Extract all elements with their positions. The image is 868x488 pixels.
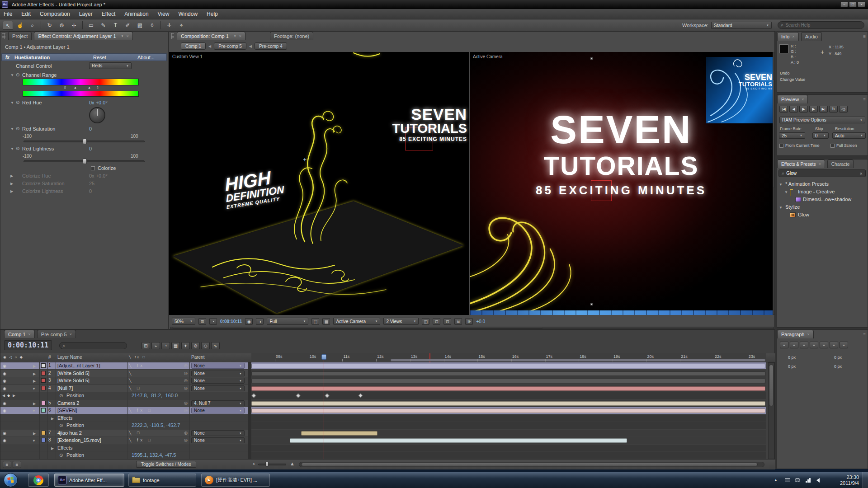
justify-last-center-button[interactable]: ≡ xyxy=(820,342,828,348)
tray-expand-icon[interactable]: ▲ xyxy=(774,478,778,482)
pixel-aspect-icon[interactable]: ◫ xyxy=(422,318,429,325)
tab-effects-presets[interactable]: Effects & Presets× xyxy=(777,160,825,168)
eye-icon[interactable]: ◉ xyxy=(3,371,6,376)
taskbar-player-button[interactable]: ▶ [硬件高清+EVR] ... xyxy=(201,474,270,487)
snapshot-icon[interactable]: ◉ xyxy=(245,318,253,325)
red-saturation-value[interactable]: 0 xyxy=(89,126,92,131)
layer-name[interactable]: [Adjust...nt Layer 1] xyxy=(57,363,100,368)
next-frame-button[interactable]: ▶ xyxy=(809,106,818,113)
colorize-checkbox[interactable] xyxy=(91,166,95,170)
parent-select[interactable]: None▼ xyxy=(191,408,245,413)
table-row-layer-7[interactable]: ◉ ▶ 7 4jiao hua 2 ╲ □ ◎ None▼ xyxy=(0,430,766,437)
show-channel-icon[interactable]: ◑ xyxy=(256,318,264,325)
column-layer-name[interactable]: Layer Name xyxy=(57,355,82,360)
view-label[interactable]: Active Camera xyxy=(473,54,503,59)
parent-select[interactable]: None▼ xyxy=(191,363,245,369)
frame-rate-select[interactable]: 25▼ xyxy=(779,132,805,139)
magnification-select[interactable]: 50%▼ xyxy=(172,318,195,325)
selection-tool[interactable]: ↖ xyxy=(3,21,13,30)
close-button[interactable]: × xyxy=(858,1,865,7)
layer-handle[interactable] xyxy=(590,57,593,60)
twirl-icon[interactable]: ▶ xyxy=(10,174,13,178)
ram-preview-options-select[interactable]: RAM Preview Options▼ xyxy=(779,117,865,123)
justify-last-left-button[interactable]: ≡ xyxy=(810,342,818,348)
range-handle[interactable]: ▲ xyxy=(74,86,77,89)
footer-timecode[interactable]: 0:00:10:11 xyxy=(220,319,242,324)
pickwhip-icon[interactable]: ◎ xyxy=(184,431,188,435)
draft-3d-icon[interactable]: ⌁ xyxy=(151,342,160,349)
group-name[interactable]: Effects xyxy=(57,445,72,450)
table-row-layer-5[interactable]: ◉ ▶ 5 Camera 2 ◎ 4. Null 7▼ xyxy=(0,400,766,407)
panel-menu-icon[interactable]: ≡ xyxy=(863,34,866,39)
current-time-indicator-line[interactable] xyxy=(324,360,324,459)
tray-volume-icon[interactable] xyxy=(816,478,820,483)
close-tab-icon[interactable]: × xyxy=(70,332,72,337)
twirl-icon[interactable]: ▶ xyxy=(10,189,13,193)
rotation-tool[interactable]: ↻ xyxy=(44,21,55,30)
close-tab-icon[interactable]: × xyxy=(807,332,809,337)
layer-name[interactable]: [SEVEN] xyxy=(57,408,77,413)
eye-icon[interactable]: ◉ xyxy=(3,438,6,443)
pan-behind-tool[interactable]: ⊹ xyxy=(69,21,79,30)
eye-icon[interactable]: ◉ xyxy=(3,379,6,383)
keyframe-set-icon[interactable]: ◆ xyxy=(7,394,10,398)
expand-transfer-controls-icon[interactable]: ≡ xyxy=(13,461,21,468)
tree-item-image-creative[interactable]: ▼ Image - Creative xyxy=(777,188,868,196)
layer-name[interactable]: [White Solid 5] xyxy=(57,371,90,376)
puppet-pin-tool[interactable]: ⌖ xyxy=(176,21,187,30)
label-color-swatch[interactable] xyxy=(41,431,46,435)
pen-tool[interactable]: ✎ xyxy=(98,21,108,30)
help-search-input[interactable] xyxy=(785,23,861,28)
viewport-custom-view-1[interactable]: Custom View 1 xyxy=(169,52,469,315)
eraser-tool[interactable]: ◊ xyxy=(147,21,157,30)
tree-item-dimension-shadow-preset[interactable]: Dimensi...ow+shadow xyxy=(777,196,868,203)
from-current-time-checkbox[interactable] xyxy=(779,144,783,148)
twirl-icon[interactable]: ▶ xyxy=(51,417,54,421)
graph-editor-icon[interactable]: ∿ xyxy=(211,342,220,349)
layer-duration-bar[interactable] xyxy=(251,386,765,391)
range-handle[interactable]: ▲ xyxy=(88,86,91,89)
brainstorm-icon[interactable]: ⊘ xyxy=(191,342,200,349)
pickwhip-icon[interactable]: ◎ xyxy=(184,438,188,442)
twirl-icon[interactable]: ▼ xyxy=(10,127,14,131)
fast-preview-icon[interactable]: ⊟ xyxy=(433,318,440,325)
twirl-icon[interactable]: ▶ xyxy=(10,182,13,186)
expand-layer-switches-icon[interactable]: ≡ xyxy=(3,461,11,468)
menu-animation[interactable]: Animation xyxy=(124,11,148,17)
group-name[interactable]: Effects xyxy=(57,415,72,421)
tab-timeline-comp1[interactable]: Comp 1× xyxy=(4,330,35,338)
timeline-hscrollbar[interactable] xyxy=(299,462,764,467)
timeline-zoom-thumb[interactable] xyxy=(265,462,269,467)
taskbar-clock[interactable]: 23:30 2011/9/4 xyxy=(830,474,859,486)
red-hue-dial[interactable] xyxy=(89,107,105,123)
tab-audio[interactable]: Audio xyxy=(801,32,822,41)
twirl-icon[interactable]: ▼ xyxy=(784,190,788,194)
twirl-icon[interactable]: ▼ xyxy=(10,73,14,77)
menu-view[interactable]: View xyxy=(158,11,170,17)
stopwatch-icon[interactable]: ⊙ xyxy=(16,126,19,131)
resolution-preview-select[interactable]: Auto▼ xyxy=(832,132,866,139)
hide-shy-icon[interactable]: ◔ xyxy=(161,342,170,349)
start-button[interactable] xyxy=(4,473,18,487)
parent-select[interactable]: None▼ xyxy=(191,385,245,391)
motion-blur-icon[interactable]: ✦ xyxy=(181,342,190,349)
workspace-select[interactable]: Standard▼ xyxy=(711,22,772,29)
range-handle[interactable]: ▯ xyxy=(64,86,66,89)
twirl-icon[interactable]: ▼ xyxy=(32,439,36,443)
table-row-layer-8[interactable]: ◉ ▼ 8 [Extension_15.mov] ╲ fx □ ◎ None▼ xyxy=(0,437,766,444)
keyframe-prev-icon[interactable]: ◀ xyxy=(2,394,5,398)
property-name[interactable]: Position xyxy=(66,422,84,428)
frame-blending-icon[interactable]: ▦ xyxy=(171,342,180,349)
close-tab-icon[interactable]: × xyxy=(819,162,821,166)
tray-update-icon[interactable] xyxy=(795,478,800,482)
stopwatch-icon[interactable]: ⊙ xyxy=(16,72,19,77)
layer-name[interactable]: [Null 7] xyxy=(57,385,73,391)
twirl-icon[interactable]: ▶ xyxy=(33,432,36,436)
view-layout-select[interactable]: 2 Views▼ xyxy=(383,318,419,325)
close-tab-icon[interactable]: × xyxy=(802,97,804,102)
first-frame-button[interactable]: |◀ xyxy=(779,106,788,113)
camera-select[interactable]: Active Camera▼ xyxy=(333,318,380,325)
tray-network-icon[interactable] xyxy=(806,478,811,483)
pickwhip-icon[interactable]: ◎ xyxy=(184,363,188,368)
pickwhip-icon[interactable]: ◎ xyxy=(184,408,188,413)
